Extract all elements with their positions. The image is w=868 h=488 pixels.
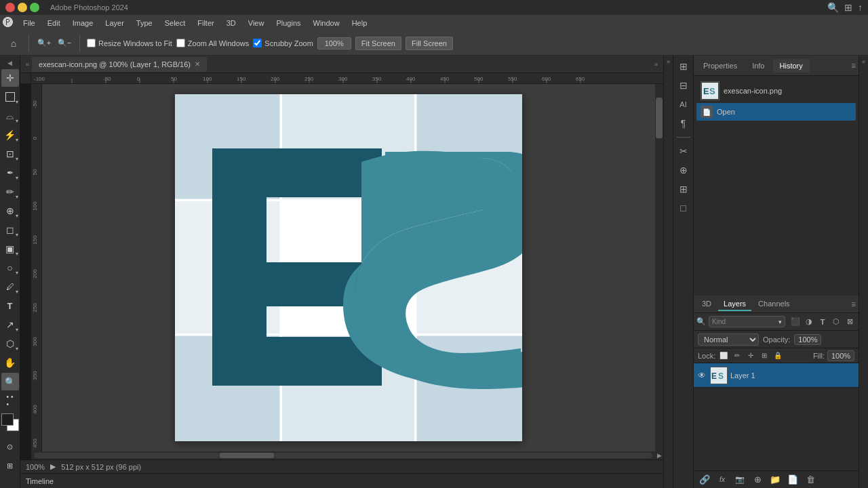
tab-history[interactable]: History	[773, 59, 810, 73]
ai-sidebar-icon[interactable]: AI	[675, 96, 692, 113]
tab-layers[interactable]: Layers	[718, 298, 751, 311]
layers-sidebar-icon[interactable]: □	[675, 200, 692, 216]
layer-mask-button[interactable]: 📷	[733, 473, 747, 487]
fill-input[interactable]	[827, 350, 854, 361]
clone-stamp-tool[interactable]: ⊕ ▾	[1, 202, 19, 220]
more-sidebar-icon[interactable]: ⊞	[675, 181, 692, 197]
window-controls[interactable]	[5, 3, 39, 12]
menu-file[interactable]: File	[18, 18, 41, 28]
arrange-icon[interactable]: ⊞	[844, 2, 852, 13]
tab-channels[interactable]: Channels	[753, 298, 795, 311]
shape-tool[interactable]: ⬡ ▾	[1, 335, 19, 352]
dodge-tool[interactable]: ○ ▾	[1, 259, 19, 277]
new-layer-button[interactable]: 📄	[786, 473, 800, 487]
collapse-panel-button[interactable]: »	[665, 56, 671, 68]
tab-expand[interactable]: »	[652, 61, 660, 68]
lock-transparent-pixels[interactable]: ⬜	[718, 350, 729, 361]
kind-dropdown-icon[interactable]: ▾	[778, 319, 782, 325]
layer-type-icon[interactable]: T	[816, 316, 829, 328]
menu-view[interactable]: View	[243, 18, 270, 28]
scrollbar-track-h[interactable]	[34, 453, 652, 458]
timeline-bar[interactable]: Timeline	[20, 473, 663, 488]
blend-mode-select[interactable]: Normal Multiply Screen Overlay	[698, 333, 759, 346]
search-icon[interactable]: 🔍	[827, 2, 839, 13]
layer-smartobj-icon[interactable]: ⊠	[844, 316, 856, 328]
link-layers-button[interactable]: 🔗	[698, 473, 711, 487]
zoom-in-button[interactable]: 🔍+	[36, 35, 52, 52]
tab-3d[interactable]: 3D	[696, 298, 717, 311]
tab-info[interactable]: Info	[745, 59, 771, 73]
foreground-color-swatch[interactable]	[1, 413, 14, 426]
lock-position[interactable]: ✛	[745, 350, 756, 361]
minimize-button[interactable]	[18, 3, 27, 12]
menu-3d[interactable]: 3D	[221, 18, 241, 28]
layer-pixel-icon[interactable]: ⬛	[789, 316, 802, 328]
tab-close-button[interactable]: ✕	[195, 60, 200, 68]
tab-collapse-left[interactable]: «	[23, 61, 32, 68]
vertical-scrollbar[interactable]	[655, 84, 663, 451]
tab-properties[interactable]: Properties	[696, 59, 744, 73]
canvas-viewport[interactable]	[42, 84, 655, 451]
maximize-button[interactable]	[30, 3, 39, 12]
menu-select[interactable]: Select	[159, 18, 191, 28]
eraser-tool[interactable]: ◻ ▾	[1, 221, 19, 239]
screen-mode-button[interactable]: ⊞	[1, 457, 19, 474]
scroll-right-arrow[interactable]: ▶	[655, 451, 663, 460]
more-tools[interactable]: • ••	[1, 392, 19, 409]
menu-type[interactable]: Type	[131, 18, 158, 28]
tools-sidebar-icon[interactable]: ✂	[675, 143, 692, 159]
menu-layer[interactable]: Layer	[100, 18, 130, 28]
menu-edit[interactable]: Edit	[42, 18, 66, 28]
menu-help[interactable]: Help	[347, 18, 373, 28]
adjustments-sidebar-icon[interactable]: ⊟	[675, 77, 692, 94]
hand-tool[interactable]: ✋	[1, 354, 19, 371]
eyedropper-tool[interactable]: ✒ ▾	[1, 164, 19, 182]
lock-image-pixels[interactable]: ✏	[732, 350, 743, 361]
home-button[interactable]: ⌂	[5, 35, 22, 52]
frame-sidebar-icon[interactable]: ⊕	[675, 162, 692, 178]
fill-screen-button[interactable]: Fill Screen	[406, 37, 453, 50]
menu-filter[interactable]: Filter	[192, 18, 219, 28]
ps-icon[interactable]: 🅟	[3, 17, 14, 29]
gradient-tool[interactable]: ▣ ▾	[1, 240, 19, 258]
properties-sidebar-icon[interactable]: ⊞	[675, 58, 692, 75]
menu-plugins[interactable]: Plugins	[271, 18, 306, 28]
delete-layer-button[interactable]: 🗑	[804, 473, 817, 487]
share-icon[interactable]: ↑	[858, 2, 863, 13]
brush-tool[interactable]: ✏ ▾	[1, 183, 19, 201]
menu-window[interactable]: Window	[308, 18, 345, 28]
history-open-item[interactable]: 📄 Open	[696, 103, 856, 121]
layer-shape-icon[interactable]: ⬡	[830, 316, 842, 328]
tools-collapse[interactable]: ◀	[6, 58, 14, 68]
layer-effects-button[interactable]: fx	[715, 473, 729, 487]
new-group-button[interactable]: 📁	[768, 473, 782, 487]
layers-options-icon[interactable]: ≡	[851, 300, 856, 309]
adjustment-layer-button[interactable]: ⊕	[751, 473, 764, 487]
lasso-tool[interactable]: ⌓ ▾	[1, 107, 19, 125]
quick-select-tool[interactable]: ⚡ ▾	[1, 126, 19, 144]
panel-options-icon[interactable]: ≡	[851, 61, 856, 70]
lock-artboards[interactable]: ⊞	[759, 350, 770, 361]
layers-search[interactable]: Kind ▾	[709, 316, 785, 327]
layer-adjustment-icon[interactable]: ◑	[803, 316, 815, 328]
pen-tool[interactable]: 🖊 ▾	[1, 278, 19, 296]
menu-image[interactable]: Image	[67, 18, 99, 28]
move-tool[interactable]: ✛	[1, 69, 19, 87]
zoom-display[interactable]: 100%	[317, 37, 351, 49]
color-swatches[interactable]	[1, 413, 22, 434]
zoom-all-check[interactable]: Zoom All Windows	[176, 39, 249, 47]
expand-right-panel[interactable]: «	[861, 56, 867, 68]
status-arrow[interactable]: ▶	[50, 462, 56, 471]
resize-windows-checkbox[interactable]	[87, 39, 96, 47]
quick-mask-button[interactable]: ⊙	[1, 438, 19, 455]
scrubby-zoom-checkbox[interactable]	[253, 39, 262, 47]
layer-visibility-toggle[interactable]: 👁	[696, 370, 707, 381]
path-select-tool[interactable]: ↗ ▾	[1, 316, 19, 333]
scrollbar-thumb-h[interactable]	[220, 453, 274, 458]
opacity-input[interactable]	[794, 334, 821, 345]
layer-row[interactable]: 👁 E S Layer 1	[694, 363, 859, 388]
paragraph-sidebar-icon[interactable]: ¶	[675, 115, 692, 131]
document-tab[interactable]: exescan-icon.png @ 100% (Layer 1, RGB/16…	[32, 57, 207, 72]
scrollbar-thumb-v[interactable]	[656, 98, 663, 138]
crop-tool[interactable]: ⊡ ▾	[1, 145, 19, 163]
